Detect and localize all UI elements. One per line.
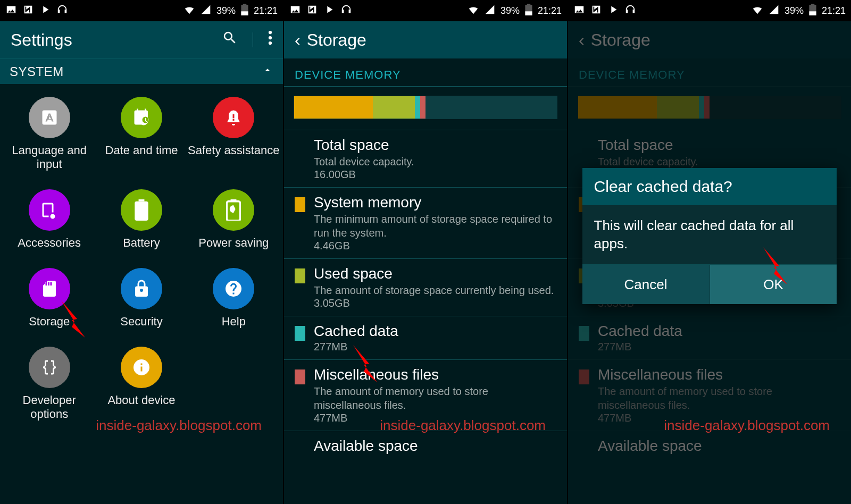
watermark: inside-galaxy.blogspot.com (380, 417, 546, 434)
help-icon (213, 268, 254, 309)
watermark: inside-galaxy.blogspot.com (96, 417, 262, 434)
chevron-up-icon (262, 64, 273, 79)
svg-rect-6 (135, 201, 148, 221)
warning-icon (213, 97, 254, 138)
settings-item-battery[interactable]: Battery (95, 189, 187, 250)
svg-point-4 (269, 36, 272, 39)
svg-point-5 (269, 41, 272, 45)
settings-item-security[interactable]: Security (95, 268, 187, 329)
search-icon[interactable] (222, 30, 238, 50)
status-time: 21:21 (538, 5, 562, 16)
settings-item-date-time[interactable]: Date and time (95, 97, 187, 171)
storage-content: DEVICE MEMORY Total spaceTotal device ca… (284, 58, 567, 504)
storage-row-subtitle: Total device capacity. (314, 155, 556, 169)
storage-usage-bar (294, 96, 557, 119)
dialog-body: This will clear cached data for all apps… (582, 205, 837, 265)
divider (253, 32, 253, 47)
storage-row-total-space[interactable]: Total spaceTotal device capacity.16.00GB (284, 130, 567, 187)
storage-swatch (295, 197, 305, 212)
storage-row-system-memory[interactable]: System memoryThe minimum amount of stora… (284, 187, 567, 258)
battery-icon (241, 4, 248, 18)
storage-bar-segment (294, 96, 373, 119)
braces-icon (29, 347, 70, 388)
nfc-icon (22, 4, 34, 18)
storage-row-title: System memory (314, 194, 556, 211)
overflow-menu-icon[interactable] (268, 30, 272, 50)
storage-row-value: 16.00GB (314, 169, 556, 181)
wifi-icon (468, 4, 479, 18)
info-icon (121, 347, 162, 388)
settings-item-safety[interactable]: Safety assistance (188, 97, 280, 171)
settings-item-label: Date and time (105, 144, 178, 157)
headphones-icon (340, 4, 352, 18)
storage-row-subtitle: The amount of storage space currently be… (314, 283, 556, 297)
svg-rect-7 (139, 199, 145, 201)
section-system[interactable]: SYSTEM (0, 58, 283, 84)
play-icon (39, 4, 51, 18)
settings-item-power-saving[interactable]: Power saving (188, 189, 280, 250)
storage-row-subtitle: The amount of memory used to store misce… (314, 384, 556, 412)
screen-settings-system: 39% 21:21 Settings SYSTEM (0, 0, 283, 504)
settings-item-accessories[interactable]: Accessories (3, 189, 95, 250)
settings-item-label: Security (120, 315, 162, 329)
storage-bar-segment (373, 96, 415, 119)
settings-item-label: Power saving (198, 236, 269, 250)
storage-bar-segment (415, 96, 420, 119)
storage-row-title: Used space (314, 265, 556, 282)
cancel-button[interactable]: Cancel (582, 265, 710, 304)
settings-item-label: Help (222, 315, 246, 329)
storage-row-subtitle: The minimum amount of storage space requ… (314, 212, 556, 240)
settings-item-label: Developer options (3, 393, 95, 421)
dialog-title: Clear cached data? (582, 168, 837, 205)
dialog-overlay: Clear cached data? This will clear cache… (568, 0, 851, 504)
settings-item-help[interactable]: Help (188, 268, 280, 329)
battery-percent: 39% (216, 5, 236, 16)
storage-bar-segment (420, 96, 426, 119)
storage-row-title: Total space (314, 137, 556, 154)
svg-rect-9 (231, 199, 237, 201)
storage-row-value: 3.05GB (314, 297, 556, 309)
settings-item-label: Storage (29, 315, 70, 329)
storage-swatch (295, 326, 305, 341)
calendar-clock-icon (121, 97, 162, 138)
signal-icon (201, 4, 211, 18)
sd-card-icon (29, 268, 70, 309)
svg-rect-12 (527, 4, 531, 5)
lock-icon (121, 268, 162, 309)
svg-rect-1 (241, 11, 248, 15)
settings-item-label: Language and input (3, 144, 95, 171)
settings-item-label: Safety assistance (188, 144, 279, 157)
storage-swatch (295, 369, 305, 384)
settings-item-developer-options[interactable]: Developer options (3, 347, 95, 421)
ok-button[interactable]: OK (710, 265, 837, 304)
storage-row-cached-data[interactable]: Cached data277MB (284, 316, 567, 359)
settings-item-about-device[interactable]: About device (95, 347, 187, 421)
settings-item-storage[interactable]: Storage (3, 268, 95, 329)
storage-row-title: Cached data (314, 323, 556, 340)
page-title: Storage (307, 30, 366, 50)
power-saving-icon (213, 189, 254, 231)
storage-row-available-space[interactable]: Available space (284, 431, 567, 462)
app-header: Settings (0, 21, 283, 58)
settings-item-label: About device (107, 393, 175, 407)
battery-icon (525, 4, 532, 18)
battery-icon (121, 189, 162, 231)
storage-row-used-space[interactable]: Used spaceThe amount of storage space cu… (284, 258, 567, 316)
status-bar: 39% 21:21 (284, 0, 567, 21)
language-icon (29, 97, 70, 138)
svg-point-3 (269, 31, 272, 34)
image-icon (5, 4, 17, 18)
page-title: Settings (11, 30, 72, 50)
svg-rect-2 (243, 4, 247, 5)
settings-item-language-input[interactable]: Language and input (3, 97, 95, 171)
back-icon[interactable]: ‹ (295, 30, 301, 50)
section-device-memory: DEVICE MEMORY (284, 58, 567, 87)
play-icon (323, 4, 335, 18)
storage-row-title: Miscellaneous files (314, 366, 556, 383)
settings-item-label: Accessories (18, 236, 81, 250)
wifi-icon (183, 4, 195, 18)
nfc-icon (306, 4, 318, 18)
headphones-icon (56, 4, 68, 18)
storage-swatch (295, 268, 305, 283)
storage-row-title: Available space (314, 438, 556, 455)
